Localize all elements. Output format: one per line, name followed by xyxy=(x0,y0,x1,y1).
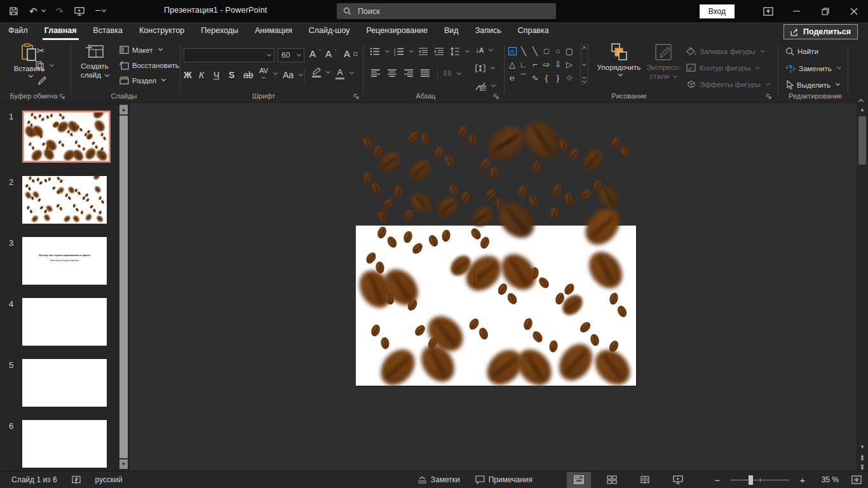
select-button[interactable]: Выделить xyxy=(785,80,839,90)
panel-scrollbar[interactable]: ▲ ▼ xyxy=(119,105,128,469)
arrange-button[interactable]: Упорядочить xyxy=(596,43,642,77)
zoom-out-button[interactable]: − xyxy=(713,475,722,485)
undo-button[interactable]: ↶ xyxy=(29,6,45,16)
shapes-gallery[interactable]: A╲╲□○▢△∟⌐⇨⇩▷℮⌒∿{}☆ xyxy=(506,44,579,85)
columns-button[interactable] xyxy=(443,70,461,78)
paste-dropdown[interactable] xyxy=(28,73,32,78)
find-button[interactable]: Найти xyxy=(785,47,818,56)
font-color-button[interactable]: А xyxy=(336,67,353,79)
arrange-dropdown[interactable] xyxy=(618,72,622,76)
tab-вид[interactable]: Вид xyxy=(436,22,467,41)
font-dialog-launcher[interactable] xyxy=(353,93,360,100)
bold-button[interactable]: Ж xyxy=(184,70,192,80)
grow-font-button[interactable]: Аˆ xyxy=(309,48,321,59)
tab-главная[interactable]: Главная xyxy=(36,22,85,41)
tab-файл[interactable]: Файл xyxy=(0,22,36,41)
scroll-down-arrow[interactable]: ▼ xyxy=(857,442,868,452)
shape-callout[interactable]: ▷ xyxy=(564,58,575,71)
tab-анимация[interactable]: Анимация xyxy=(247,22,301,41)
format-painter-button[interactable] xyxy=(37,76,46,86)
justify-button[interactable] xyxy=(420,69,430,78)
shape-right-arrow[interactable]: ⇨ xyxy=(541,58,552,71)
shrink-font-button[interactable]: Аˇ xyxy=(325,48,337,59)
shape-fill-button[interactable]: Заливка фигуры xyxy=(686,47,764,56)
reading-view-button[interactable] xyxy=(633,472,657,488)
shape-curve[interactable]: ∿ xyxy=(529,71,541,85)
normal-view-button[interactable] xyxy=(567,472,591,488)
tab-переходы[interactable]: Переходы xyxy=(193,22,247,41)
shape-effects-button[interactable]: Эффекты фигуры xyxy=(686,80,770,89)
slide-thumbnail-4[interactable] xyxy=(22,298,107,346)
shape-oval[interactable]: ○ xyxy=(552,44,564,58)
numbering-button[interactable]: 123 xyxy=(394,47,413,56)
shapes-more-button[interactable] xyxy=(582,78,587,83)
save-button[interactable] xyxy=(9,6,18,16)
tab-вставка[interactable]: Вставка xyxy=(85,22,131,41)
cut-button[interactable]: ✂ xyxy=(37,46,45,55)
tab-рецензирование[interactable]: Рецензирование xyxy=(358,22,436,41)
slide-editing-canvas[interactable] xyxy=(129,103,857,471)
minimize-button[interactable] xyxy=(782,0,811,22)
start-slideshow-button[interactable] xyxy=(74,7,85,16)
font-name-combobox[interactable] xyxy=(184,48,275,62)
scrollbar-thumb[interactable] xyxy=(858,116,866,165)
decrease-indent-button[interactable] xyxy=(418,47,428,56)
text-shadow-button[interactable]: S xyxy=(229,70,234,80)
zoom-slider[interactable] xyxy=(731,472,789,488)
panel-scroll-thumb[interactable] xyxy=(119,116,128,458)
shape-triangle[interactable]: △ xyxy=(506,58,518,71)
character-spacing-button[interactable]: AV↔ xyxy=(259,67,277,80)
shape-elbow-connector[interactable]: ∟ xyxy=(518,58,529,71)
align-left-button[interactable] xyxy=(370,69,381,78)
shape-left-brace[interactable]: { xyxy=(541,71,552,85)
replace-button[interactable]: b c Заменить xyxy=(785,64,841,73)
change-case-button[interactable]: Aa xyxy=(283,70,302,80)
shape-elbow-arrow-connector[interactable]: ⌐ xyxy=(529,58,541,71)
align-center-button[interactable] xyxy=(387,69,397,78)
tab-запись[interactable]: Запись xyxy=(467,22,510,41)
restore-button[interactable] xyxy=(811,0,839,22)
close-button[interactable] xyxy=(839,0,868,22)
slide-thumbnail-5[interactable] xyxy=(22,359,107,407)
strikethrough-button[interactable]: ab xyxy=(243,70,254,80)
vertical-scrollbar[interactable]: ▲ ▼ ▲▲ ▼▼ xyxy=(857,103,868,471)
reset-slide-button[interactable]: Восстановить xyxy=(119,61,179,70)
shape-rectangle[interactable]: □ xyxy=(541,44,552,58)
shapes-scroll-down[interactable] xyxy=(582,61,587,65)
notes-button[interactable]: Заметки xyxy=(417,475,460,484)
new-slide-dropdown[interactable] xyxy=(105,72,109,77)
zoom-slider-knob[interactable] xyxy=(749,475,753,485)
shapes-scroll-up[interactable] xyxy=(582,46,587,51)
clear-formatting-button[interactable]: А◇ xyxy=(344,48,358,59)
language-indicator[interactable]: русский xyxy=(95,475,123,484)
line-spacing-button[interactable] xyxy=(450,47,469,56)
share-button[interactable]: Поделиться xyxy=(783,24,858,39)
redo-button[interactable]: ↷ xyxy=(56,6,64,16)
font-size-combobox[interactable]: 60 xyxy=(278,48,304,62)
slide-thumbnail-6[interactable] xyxy=(22,420,107,468)
italic-button[interactable]: К xyxy=(199,70,204,80)
text-direction-button[interactable]: ↓А xyxy=(475,46,492,55)
panel-scroll-down[interactable]: ▼ xyxy=(119,459,128,469)
layout-button[interactable]: Макет xyxy=(119,46,162,54)
copy-button[interactable] xyxy=(36,61,53,71)
new-slide-button[interactable]: Создать слайд xyxy=(75,43,114,80)
slideshow-view-button[interactable] xyxy=(666,472,690,488)
shape-line-arrow[interactable]: ╲ xyxy=(529,44,541,58)
align-right-button[interactable] xyxy=(403,69,414,78)
shape-rounded-rectangle[interactable]: ▢ xyxy=(564,44,575,58)
scroll-up-arrow[interactable]: ▲ xyxy=(857,104,868,114)
shape-outline-button[interactable]: Контур фигуры xyxy=(686,64,759,72)
previous-slide-button[interactable]: ▲▲ xyxy=(857,452,868,463)
spellcheck-icon[interactable] xyxy=(71,475,81,485)
shape-arc[interactable]: ⌒ xyxy=(518,71,529,85)
slide-sorter-view-button[interactable] xyxy=(600,472,624,488)
customize-toolbar-button[interactable] xyxy=(95,10,105,13)
tab-конструктор[interactable]: Конструктор xyxy=(131,22,193,41)
slide-thumbnail-3[interactable]: Почему мне нужна кофемашина в офисеВыпол… xyxy=(22,237,107,285)
shape-scribble[interactable]: ℮ xyxy=(506,71,518,85)
clipboard-dialog-launcher[interactable] xyxy=(59,93,65,100)
increase-indent-button[interactable] xyxy=(434,47,444,56)
shape-right-brace[interactable]: } xyxy=(552,71,564,85)
shape-text-box[interactable]: A xyxy=(506,44,518,58)
